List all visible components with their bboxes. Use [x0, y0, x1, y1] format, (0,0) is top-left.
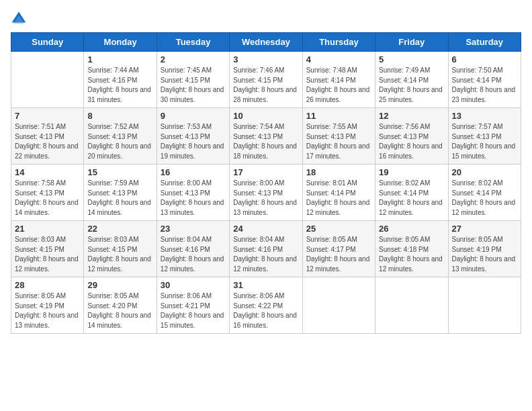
day-info: Sunrise: 8:00 AM Sunset: 4:13 PM Dayligh… [233, 179, 298, 218]
day-info: Sunrise: 7:55 AM Sunset: 4:13 PM Dayligh… [306, 122, 371, 161]
day-info: Sunrise: 7:53 AM Sunset: 4:13 PM Dayligh… [161, 122, 226, 161]
day-number: 4 [306, 54, 371, 64]
day-info: Sunrise: 8:03 AM Sunset: 4:15 PM Dayligh… [15, 235, 80, 274]
calendar-week-row: 14Sunrise: 7:58 AM Sunset: 4:13 PM Dayli… [11, 165, 521, 221]
calendar-week-row: 21Sunrise: 8:03 AM Sunset: 4:15 PM Dayli… [11, 221, 521, 277]
day-info: Sunrise: 7:59 AM Sunset: 4:13 PM Dayligh… [87, 179, 152, 218]
page-header [11, 11, 521, 27]
day-info: Sunrise: 8:04 AM Sunset: 4:16 PM Dayligh… [233, 235, 298, 274]
day-info: Sunrise: 7:56 AM Sunset: 4:13 PM Dayligh… [379, 122, 444, 161]
day-info: Sunrise: 7:58 AM Sunset: 4:13 PM Dayligh… [15, 179, 80, 218]
day-info: Sunrise: 8:03 AM Sunset: 4:15 PM Dayligh… [87, 235, 152, 274]
day-info: Sunrise: 7:49 AM Sunset: 4:14 PM Dayligh… [379, 66, 444, 105]
day-number: 7 [15, 111, 80, 121]
day-info: Sunrise: 7:45 AM Sunset: 4:15 PM Dayligh… [161, 66, 226, 105]
calendar-cell: 4Sunrise: 7:48 AM Sunset: 4:14 PM Daylig… [302, 52, 375, 108]
calendar-cell: 18Sunrise: 8:01 AM Sunset: 4:14 PM Dayli… [302, 165, 375, 221]
calendar-cell: 28Sunrise: 8:05 AM Sunset: 4:19 PM Dayli… [11, 277, 84, 334]
day-info: Sunrise: 8:05 AM Sunset: 4:19 PM Dayligh… [452, 235, 517, 274]
day-info: Sunrise: 8:05 AM Sunset: 4:18 PM Dayligh… [379, 235, 444, 274]
day-number: 30 [161, 280, 226, 290]
day-number: 18 [306, 167, 371, 177]
calendar-cell: 26Sunrise: 8:05 AM Sunset: 4:18 PM Dayli… [375, 221, 448, 277]
day-number: 27 [452, 224, 517, 234]
day-number: 17 [233, 167, 298, 177]
calendar-cell: 11Sunrise: 7:55 AM Sunset: 4:13 PM Dayli… [302, 108, 375, 165]
logo [11, 11, 30, 27]
calendar-cell: 9Sunrise: 7:53 AM Sunset: 4:13 PM Daylig… [157, 108, 229, 165]
day-number: 8 [87, 111, 152, 121]
calendar-cell: 25Sunrise: 8:05 AM Sunset: 4:17 PM Dayli… [302, 221, 375, 277]
day-number: 31 [233, 280, 298, 290]
day-info: Sunrise: 8:06 AM Sunset: 4:21 PM Dayligh… [161, 291, 226, 330]
calendar-cell: 8Sunrise: 7:52 AM Sunset: 4:13 PM Daylig… [84, 108, 157, 165]
day-number: 28 [15, 280, 80, 290]
day-number: 5 [379, 54, 444, 64]
day-info: Sunrise: 7:57 AM Sunset: 4:13 PM Dayligh… [452, 122, 517, 161]
day-number: 24 [233, 224, 298, 234]
calendar-cell: 24Sunrise: 8:04 AM Sunset: 4:16 PM Dayli… [230, 221, 302, 277]
day-number: 21 [15, 224, 80, 234]
day-number: 6 [452, 54, 517, 64]
day-number: 29 [87, 280, 152, 290]
day-info: Sunrise: 7:44 AM Sunset: 4:16 PM Dayligh… [87, 66, 152, 105]
day-number: 3 [233, 54, 298, 64]
calendar-week-row: 28Sunrise: 8:05 AM Sunset: 4:19 PM Dayli… [11, 277, 521, 334]
day-number: 12 [379, 111, 444, 121]
calendar-cell [302, 277, 375, 334]
calendar-cell: 17Sunrise: 8:00 AM Sunset: 4:13 PM Dayli… [230, 165, 302, 221]
day-header-sunday: Sunday [11, 33, 84, 52]
calendar-cell [11, 52, 84, 108]
day-header-friday: Friday [375, 33, 448, 52]
day-info: Sunrise: 7:54 AM Sunset: 4:13 PM Dayligh… [233, 122, 298, 161]
day-number: 16 [161, 167, 226, 177]
day-info: Sunrise: 8:02 AM Sunset: 4:14 PM Dayligh… [379, 179, 444, 218]
calendar-cell: 22Sunrise: 8:03 AM Sunset: 4:15 PM Dayli… [84, 221, 157, 277]
day-number: 19 [379, 167, 444, 177]
day-number: 11 [306, 111, 371, 121]
day-number: 14 [15, 167, 80, 177]
day-number: 1 [87, 54, 152, 64]
day-info: Sunrise: 7:46 AM Sunset: 4:15 PM Dayligh… [233, 66, 298, 105]
day-info: Sunrise: 8:05 AM Sunset: 4:17 PM Dayligh… [306, 235, 371, 274]
calendar-cell: 14Sunrise: 7:58 AM Sunset: 4:13 PM Dayli… [11, 165, 84, 221]
calendar-cell: 16Sunrise: 8:00 AM Sunset: 4:13 PM Dayli… [157, 165, 229, 221]
day-info: Sunrise: 7:51 AM Sunset: 4:13 PM Dayligh… [15, 122, 80, 161]
calendar-cell: 29Sunrise: 8:05 AM Sunset: 4:20 PM Dayli… [84, 277, 157, 334]
day-number: 10 [233, 111, 298, 121]
calendar-cell: 13Sunrise: 7:57 AM Sunset: 4:13 PM Dayli… [448, 108, 521, 165]
calendar-cell: 3Sunrise: 7:46 AM Sunset: 4:15 PM Daylig… [230, 52, 302, 108]
calendar-cell: 10Sunrise: 7:54 AM Sunset: 4:13 PM Dayli… [230, 108, 302, 165]
calendar-cell: 30Sunrise: 8:06 AM Sunset: 4:21 PM Dayli… [157, 277, 229, 334]
day-info: Sunrise: 8:05 AM Sunset: 4:19 PM Dayligh… [15, 291, 80, 330]
day-info: Sunrise: 8:01 AM Sunset: 4:14 PM Dayligh… [306, 179, 371, 218]
calendar-table: SundayMondayTuesdayWednesdayThursdayFrid… [11, 32, 521, 334]
day-number: 13 [452, 111, 517, 121]
day-number: 20 [452, 167, 517, 177]
calendar-cell: 12Sunrise: 7:56 AM Sunset: 4:13 PM Dayli… [375, 108, 448, 165]
calendar-cell [375, 277, 448, 334]
calendar-cell: 19Sunrise: 8:02 AM Sunset: 4:14 PM Dayli… [375, 165, 448, 221]
day-info: Sunrise: 8:05 AM Sunset: 4:20 PM Dayligh… [87, 291, 152, 330]
day-number: 9 [161, 111, 226, 121]
day-number: 23 [161, 224, 226, 234]
day-header-tuesday: Tuesday [157, 33, 229, 52]
calendar-cell: 23Sunrise: 8:04 AM Sunset: 4:16 PM Dayli… [157, 221, 229, 277]
day-info: Sunrise: 7:52 AM Sunset: 4:13 PM Dayligh… [87, 122, 152, 161]
calendar-cell: 5Sunrise: 7:49 AM Sunset: 4:14 PM Daylig… [375, 52, 448, 108]
calendar-cell: 21Sunrise: 8:03 AM Sunset: 4:15 PM Dayli… [11, 221, 84, 277]
day-number: 26 [379, 224, 444, 234]
day-info: Sunrise: 8:00 AM Sunset: 4:13 PM Dayligh… [161, 179, 226, 218]
day-info: Sunrise: 8:06 AM Sunset: 4:22 PM Dayligh… [233, 291, 298, 330]
calendar-cell: 1Sunrise: 7:44 AM Sunset: 4:16 PM Daylig… [84, 52, 157, 108]
calendar-cell: 7Sunrise: 7:51 AM Sunset: 4:13 PM Daylig… [11, 108, 84, 165]
day-header-thursday: Thursday [302, 33, 375, 52]
calendar-week-row: 7Sunrise: 7:51 AM Sunset: 4:13 PM Daylig… [11, 108, 521, 165]
calendar-cell: 27Sunrise: 8:05 AM Sunset: 4:19 PM Dayli… [448, 221, 521, 277]
day-info: Sunrise: 7:50 AM Sunset: 4:14 PM Dayligh… [452, 66, 517, 105]
day-header-saturday: Saturday [448, 33, 521, 52]
day-number: 25 [306, 224, 371, 234]
calendar-cell [448, 277, 521, 334]
day-info: Sunrise: 8:04 AM Sunset: 4:16 PM Dayligh… [161, 235, 226, 274]
day-number: 15 [87, 167, 152, 177]
